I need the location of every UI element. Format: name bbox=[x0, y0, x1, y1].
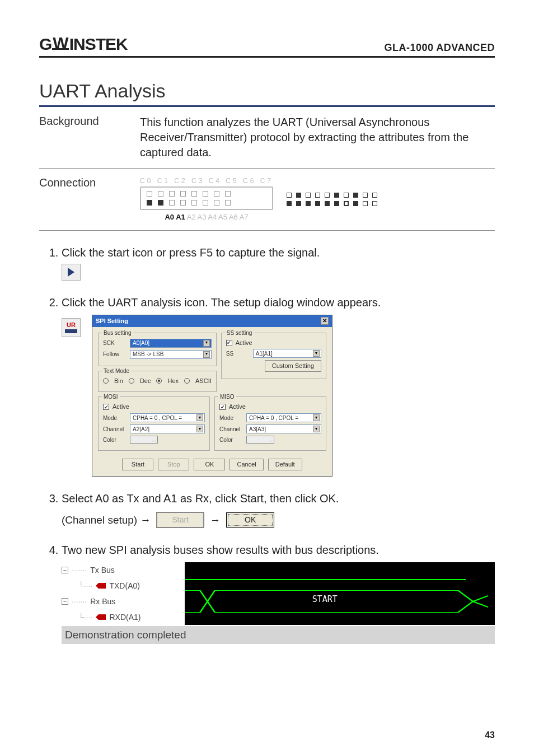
start-button[interactable]: Start bbox=[122, 459, 153, 470]
start-icon[interactable] bbox=[62, 264, 81, 281]
chevron-down-icon: ▾ bbox=[196, 414, 203, 421]
miso-channel-dropdown[interactable]: A3[A3]▾ bbox=[246, 424, 321, 433]
step-3: Select A0 as Tx and A1 as Rx, click Star… bbox=[62, 491, 495, 528]
wave-start-label: START bbox=[312, 594, 338, 605]
bus-setting-legend: Bus setting bbox=[102, 329, 133, 337]
follow-dropdown[interactable]: MSB -> LSB▾ bbox=[130, 350, 212, 359]
waveform-canvas: START bbox=[185, 562, 488, 625]
chevron-down-icon: ▾ bbox=[203, 351, 210, 358]
miso-mode-dropdown[interactable]: CPHA = 0 , CPOL =▾ bbox=[246, 413, 321, 422]
bus-tree: −·······Tx Bus └···· TXD(A0) −·······Rx … bbox=[62, 562, 185, 625]
step-1: Click the start icon or press F5 to capt… bbox=[62, 245, 495, 281]
dialog-title: SPI Setting bbox=[96, 317, 128, 325]
chevron-down-icon: ▾ bbox=[313, 414, 320, 421]
rx-bus-label: Rx Bus bbox=[90, 596, 115, 607]
connection-top-labels: C0 C1 C2 C3 C4 C5 C6 C7 bbox=[140, 176, 273, 185]
probe-icon bbox=[96, 583, 106, 589]
ss-dropdown[interactable]: A1[A1]▾ bbox=[253, 349, 321, 358]
ss-active-checkbox[interactable]: ✔ bbox=[226, 340, 232, 346]
brand-logo: GWINSTEK bbox=[39, 35, 128, 54]
connection-bottom-labels: A0 A1 A2 A3 A4 A5 A6 A7 bbox=[140, 212, 273, 222]
background-text: This function analyzes the UART (Univers… bbox=[140, 115, 495, 160]
uart-analysis-icon[interactable]: UR bbox=[62, 318, 81, 337]
connection-side-pins bbox=[287, 193, 377, 206]
mosi-legend: MOSI bbox=[102, 393, 120, 401]
svg-marker-0 bbox=[96, 583, 106, 589]
inline-start-button[interactable]: Start bbox=[156, 512, 204, 528]
chevron-down-icon: ▾ bbox=[203, 340, 210, 347]
default-button[interactable]: Default bbox=[268, 459, 302, 470]
probe-icon bbox=[96, 614, 106, 620]
demo-completed-bar: Demonstration completed bbox=[62, 626, 495, 644]
txd-label: TXD(A0) bbox=[109, 581, 139, 591]
radio-bin[interactable] bbox=[103, 378, 109, 384]
svg-marker-1 bbox=[96, 614, 106, 620]
chevron-down-icon: ▾ bbox=[313, 426, 320, 432]
step-4: Two new SPI analysis buses show results … bbox=[62, 543, 495, 644]
close-icon[interactable]: ✕ bbox=[321, 317, 329, 325]
section-heading: UART Analysis bbox=[39, 80, 495, 107]
connection-label: Connection bbox=[39, 176, 140, 222]
follow-label: Follow bbox=[103, 351, 127, 358]
tx-bus-label: Tx Bus bbox=[90, 565, 115, 576]
chevron-down-icon: ▾ bbox=[196, 426, 203, 432]
rxd-label: RXD(A1) bbox=[109, 612, 140, 623]
mosi-channel-dropdown[interactable]: A2[A2]▾ bbox=[130, 424, 205, 433]
collapse-icon[interactable]: − bbox=[62, 598, 68, 605]
chevron-down-icon: ▾ bbox=[313, 350, 320, 357]
page-number: 43 bbox=[485, 730, 495, 740]
ss-setting-legend: SS setting bbox=[225, 329, 254, 337]
spi-setting-dialog: SPI Setting ✕ Bus setting SCK A0[A0]▾ Fo… bbox=[92, 315, 332, 477]
ok-button[interactable]: OK bbox=[194, 459, 225, 470]
collapse-icon[interactable]: − bbox=[62, 567, 68, 573]
inline-ok-button[interactable]: OK bbox=[226, 512, 274, 528]
arrow-icon: → bbox=[210, 513, 221, 528]
connection-diagram: C0 C1 C2 C3 C4 C5 C6 C7 A0 A1 A2 A3 A4 A… bbox=[140, 176, 495, 222]
mosi-mode-dropdown[interactable]: CPHA = 0 , CPOL =▾ bbox=[130, 413, 205, 422]
cancel-button[interactable]: Cancel bbox=[229, 459, 263, 470]
custom-setting-button[interactable]: Custom Setting bbox=[265, 360, 321, 372]
miso-legend: MISO bbox=[218, 393, 236, 401]
background-label: Background bbox=[39, 115, 140, 160]
radio-dec[interactable] bbox=[129, 378, 134, 384]
channel-setup-hint: (Channel setup) → bbox=[62, 513, 151, 528]
step-2: Click the UART analysis icon. The setup … bbox=[62, 295, 495, 477]
sck-label: SCK bbox=[103, 339, 127, 347]
miso-active-checkbox[interactable]: ✔ bbox=[219, 404, 226, 410]
mosi-color-swatch[interactable]: ... bbox=[130, 436, 158, 444]
mosi-active-checkbox[interactable]: ✔ bbox=[103, 404, 109, 410]
textmode-legend: Text Mode bbox=[102, 367, 131, 375]
radio-ascii[interactable] bbox=[184, 378, 190, 384]
doc-title: GLA-1000 ADVANCED bbox=[384, 42, 495, 54]
miso-color-swatch[interactable]: ... bbox=[246, 436, 274, 444]
sck-dropdown[interactable]: A0[A0]▾ bbox=[130, 339, 212, 348]
stop-button[interactable]: Stop bbox=[158, 459, 189, 470]
radio-hex[interactable] bbox=[156, 378, 162, 384]
ss-label: SS bbox=[226, 350, 250, 358]
